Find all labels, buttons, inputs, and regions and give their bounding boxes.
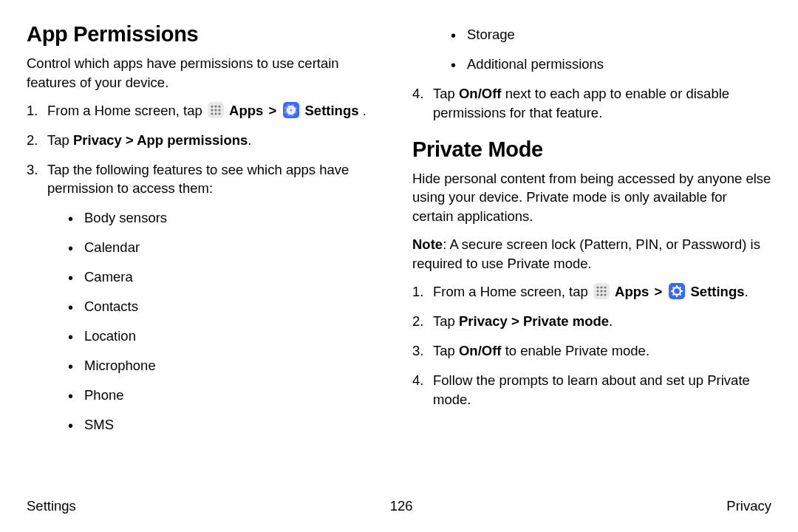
svg-line-26 [673, 294, 675, 296]
step-2-prefix: Tap [47, 132, 73, 148]
left-column: App Permissions Control which apps have … [27, 22, 386, 495]
pm-step-1: From a Home screen, tap Apps > Settings. [412, 282, 771, 301]
apps-icon [208, 102, 224, 118]
svg-point-6 [211, 112, 213, 115]
app-permissions-steps: From a Home screen, tap Apps > Settings … [27, 101, 386, 434]
footer-left: Settings [27, 498, 76, 514]
feature-list-left: Body sensors Calendar Camera Contacts Lo… [47, 208, 386, 434]
svg-point-4 [214, 109, 216, 111]
settings-label: Settings [305, 103, 359, 118]
svg-point-15 [604, 290, 606, 292]
step-4: Tap On/Off next to each app to enable or… [412, 84, 771, 123]
page-footer: Settings 126 Privacy [27, 498, 771, 514]
app-permissions-title: App Permissions [27, 22, 386, 47]
list-item: Microphone [68, 356, 386, 375]
pm-step-3-bold: On/Off [459, 343, 502, 358]
settings-icon [283, 102, 299, 118]
note-rest: : A secure screen lock (Pattern, PIN, or… [412, 236, 760, 271]
svg-point-17 [600, 293, 602, 296]
svg-point-1 [214, 105, 216, 107]
feature-list-right: Storage Additional permissions [412, 25, 771, 74]
step-4-bold: On/Off [459, 86, 502, 101]
list-item: Storage [451, 25, 771, 44]
svg-point-10 [596, 286, 598, 288]
footer-right: Privacy [726, 498, 771, 514]
apps-icon [593, 283, 610, 299]
svg-point-0 [211, 105, 213, 107]
svg-point-7 [214, 112, 216, 115]
private-mode-steps: From a Home screen, tap Apps > Settings.… [412, 282, 771, 409]
private-mode-note: Note: A secure screen lock (Pattern, PIN… [412, 235, 771, 273]
private-mode-title: Private Mode [412, 137, 771, 162]
apps-label: Apps [229, 103, 263, 118]
svg-point-2 [218, 105, 220, 107]
step-2: Tap Privacy > App permissions. [27, 131, 386, 150]
content-columns: App Permissions Control which apps have … [27, 22, 771, 495]
settings-icon [669, 283, 685, 299]
pm-step-2: Tap Privacy > Private mode. [412, 312, 771, 331]
list-item: Camera [68, 267, 386, 287]
private-mode-intro: Hide personal content from being accesse… [412, 169, 771, 227]
svg-line-25 [680, 294, 681, 296]
step-2-suffix: . [248, 132, 251, 148]
step-3-text: Tap the following features to see which … [47, 162, 349, 197]
app-permissions-steps-cont: Tap On/Off next to each app to enable or… [412, 84, 771, 123]
list-item: Additional permissions [451, 55, 771, 74]
svg-line-27 [680, 287, 681, 289]
chevron-icon: > [654, 284, 662, 299]
step-1-suffix: . [363, 103, 366, 118]
pm-step-2-bold: Privacy > Private mode [459, 313, 609, 329]
svg-point-5 [218, 109, 220, 111]
pm-step-3: Tap On/Off to enable Private mode. [412, 341, 771, 361]
pm-step-4: Follow the prompts to learn about and se… [412, 371, 771, 409]
svg-point-14 [600, 290, 602, 292]
step-1: From a Home screen, tap Apps > Settings … [27, 101, 386, 120]
list-item: Body sensors [68, 208, 386, 228]
settings-label: Settings [691, 284, 745, 299]
right-column: Storage Additional permissions Tap On/Of… [412, 22, 771, 495]
step-1-text: From a Home screen, tap [47, 103, 206, 118]
svg-point-11 [600, 286, 602, 288]
list-item: Phone [68, 386, 386, 405]
list-item: SMS [68, 415, 386, 434]
step-3: Tap the following features to see which … [27, 160, 386, 434]
pm-step-3-rest: to enable Private mode. [502, 343, 650, 358]
svg-point-16 [596, 293, 598, 296]
apps-label: Apps [615, 284, 649, 299]
svg-point-12 [604, 286, 606, 288]
svg-point-8 [218, 112, 220, 115]
step-4-prefix: Tap [433, 86, 459, 101]
pm-step-2-suffix: . [609, 313, 613, 329]
pm-step-3-prefix: Tap [433, 343, 459, 358]
pm-step-2-prefix: Tap [433, 313, 459, 329]
pm-step-1-prefix: From a Home screen, tap [433, 284, 592, 299]
app-permissions-intro: Control which apps have permissions to u… [27, 54, 386, 92]
svg-line-24 [673, 287, 675, 289]
note-label: Note [412, 236, 443, 252]
svg-point-13 [596, 290, 598, 292]
chevron-icon: > [268, 103, 276, 118]
svg-point-18 [604, 293, 606, 296]
list-item: Location [68, 327, 386, 346]
footer-page-number: 126 [390, 498, 413, 514]
list-item: Calendar [68, 238, 386, 257]
step-2-bold: Privacy > App permissions [73, 132, 248, 148]
list-item: Contacts [68, 297, 386, 316]
svg-point-3 [211, 109, 213, 111]
pm-step-1-suffix: . [745, 284, 748, 299]
